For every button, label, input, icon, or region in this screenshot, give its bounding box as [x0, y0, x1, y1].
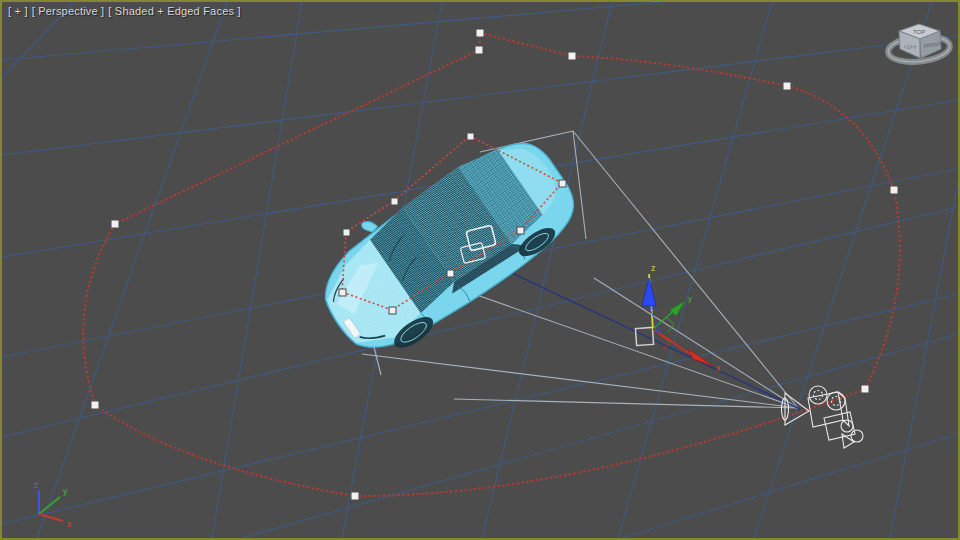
- path-vertex[interactable]: [91, 401, 99, 409]
- world-axis-tripod: z y x: [34, 480, 72, 529]
- gizmo-y-label: y: [688, 294, 692, 303]
- camera-rig-reel: [841, 420, 853, 432]
- gizmo-z-label: z: [651, 263, 656, 273]
- path-vertex[interactable]: [783, 82, 791, 90]
- viewport-3dsmax[interactable]: [ + ] [ Perspective ] [ Shaded + Edged F…: [0, 0, 960, 540]
- world-axis-z-label: z: [34, 480, 39, 490]
- viewcube[interactable]: TOP LEFT FRONT: [887, 24, 951, 65]
- viewcube-top-label: TOP: [913, 29, 925, 35]
- path-vertex[interactable]: [343, 229, 350, 236]
- car-object[interactable]: [299, 115, 593, 373]
- path-vertex[interactable]: [467, 133, 474, 140]
- viewport-menu-general[interactable]: [ + ]: [8, 5, 28, 17]
- path-vertex[interactable]: [389, 307, 396, 314]
- path-vertex[interactable]: [476, 29, 484, 37]
- path-vertex[interactable]: [559, 180, 566, 187]
- path-vertex[interactable]: [568, 52, 576, 60]
- transform-gizmo[interactable]: z y x: [635, 263, 721, 373]
- camera-rig-box: [824, 412, 855, 440]
- world-axis-y-label: y: [63, 486, 68, 496]
- gizmo-x-label: x: [716, 363, 721, 373]
- path-vertex[interactable]: [339, 289, 346, 296]
- viewport-menu-shading[interactable]: [ Shaded + Edged Faces ]: [108, 5, 240, 17]
- path-vertex[interactable]: [111, 220, 119, 228]
- viewport-label-bar: [ + ] [ Perspective ] [ Shaded + Edged F…: [8, 5, 241, 17]
- path-vertex[interactable]: [861, 385, 869, 393]
- camera-rig-reel: [851, 430, 863, 442]
- path-vertex[interactable]: [351, 492, 359, 500]
- camera-target-line: [482, 259, 800, 409]
- world-axis-y: [39, 497, 60, 514]
- world-axis-x: [39, 514, 63, 521]
- path-vertex[interactable]: [890, 186, 898, 194]
- path-vertex[interactable]: [447, 270, 454, 277]
- path-vertex[interactable]: [475, 46, 483, 54]
- path-vertex[interactable]: [391, 198, 398, 205]
- camera-film-reel: [827, 392, 845, 410]
- path-vertex[interactable]: [517, 227, 524, 234]
- viewport-menu-pov[interactable]: [ Perspective ]: [32, 5, 105, 17]
- world-axis-x-label: x: [67, 519, 72, 529]
- scene-canvas[interactable]: z y x z y x: [2, 2, 958, 538]
